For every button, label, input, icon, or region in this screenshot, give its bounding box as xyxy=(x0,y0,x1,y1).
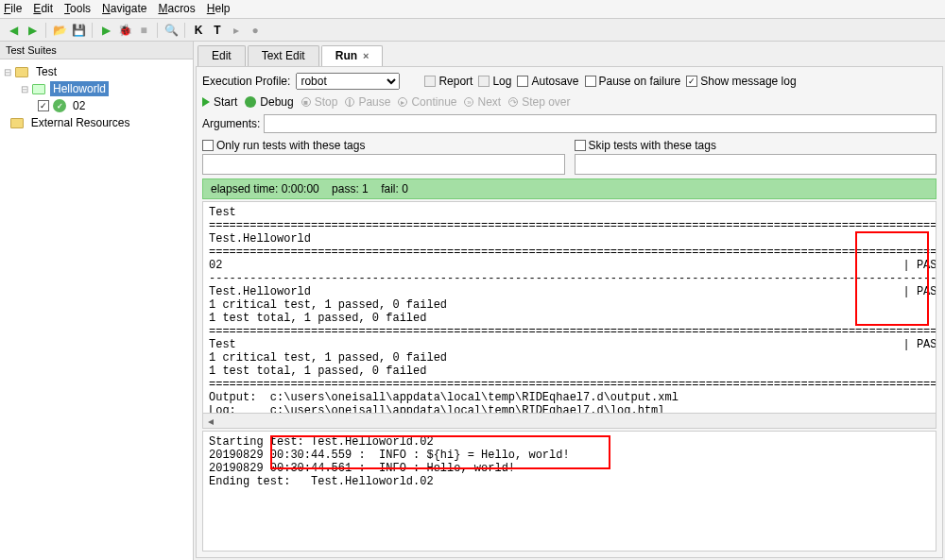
run-panel: Execution Profile: robot Report Log Auto… xyxy=(196,66,943,558)
stepover-button[interactable]: ↷Step over xyxy=(508,95,570,109)
testcase-icon[interactable]: T xyxy=(210,23,225,38)
record-icon[interactable]: ● xyxy=(248,23,263,38)
exec-profile-select[interactable]: robot xyxy=(296,73,400,90)
menu-file[interactable]: File xyxy=(4,2,22,16)
only-tags-checkbox[interactable] xyxy=(202,140,214,151)
case-checkbox[interactable]: ✓ xyxy=(38,100,49,111)
menu-navigate[interactable]: Navigate xyxy=(102,2,146,16)
arguments-input[interactable] xyxy=(264,114,936,133)
continue-button[interactable]: ▸Continue xyxy=(398,95,456,109)
skip-tags-input[interactable] xyxy=(575,154,937,175)
autosave-checkbox[interactable] xyxy=(517,76,528,87)
message-log[interactable]: Starting test: Test.Helloworld.02 201908… xyxy=(202,431,936,552)
tree-suite[interactable]: ⊟ Helloworld xyxy=(2,80,191,97)
log-icon xyxy=(478,76,490,87)
debug-icon[interactable]: 🐞 xyxy=(117,23,132,38)
bug-icon xyxy=(245,96,256,108)
debug-button[interactable]: Debug xyxy=(245,95,293,109)
next-button[interactable]: »Next xyxy=(464,95,501,109)
only-tags-input[interactable] xyxy=(202,154,565,175)
suite-icon xyxy=(32,84,45,94)
search-icon[interactable]: 🔍 xyxy=(163,23,179,38)
exec-profile-label: Execution Profile: xyxy=(202,75,290,88)
stop-icon: ■ xyxy=(301,97,311,107)
stepover-icon: ↷ xyxy=(508,97,518,107)
menu-macros[interactable]: Macros xyxy=(158,2,195,16)
stop-icon[interactable]: ■ xyxy=(136,23,151,38)
tab-edit[interactable]: Edit xyxy=(198,45,246,66)
menu-help[interactable]: Help xyxy=(207,2,231,16)
folder-icon xyxy=(10,118,24,128)
tab-run[interactable]: Run× xyxy=(321,45,384,66)
arguments-label: Arguments: xyxy=(202,117,260,130)
tree-external[interactable]: External Resources xyxy=(2,114,191,131)
horizontal-scrollbar[interactable]: ◂ xyxy=(202,414,936,429)
pause-icon: ‖ xyxy=(345,97,354,107)
tab-textedit[interactable]: Text Edit xyxy=(248,45,319,66)
sidebar-title: Test Suites xyxy=(0,42,193,59)
continue-icon: ▸ xyxy=(398,97,407,107)
open-icon[interactable]: 📂 xyxy=(52,23,67,38)
content-area: Edit Text Edit Run× Execution Profile: r… xyxy=(194,42,945,560)
menu-edit[interactable]: Edit xyxy=(33,2,53,16)
log-link[interactable]: Log xyxy=(492,75,511,88)
tree: ⊟ Test ⊟ Helloworld ✓ ✓ 02 External Reso… xyxy=(0,59,193,135)
pause-checkbox[interactable] xyxy=(585,76,596,87)
menubar: File Edit Tools Navigate Macros Help xyxy=(0,0,945,19)
tree-case[interactable]: ✓ ✓ 02 xyxy=(2,97,191,114)
case-pass-icon: ✓ xyxy=(53,99,66,112)
tabs: Edit Text Edit Run× xyxy=(194,42,945,66)
toolbar: ◀ ▶ 📂 💾 ▶ 🐞 ■ 🔍 K T ▸ ● xyxy=(0,19,945,42)
report-icon xyxy=(424,76,436,87)
back-icon[interactable]: ◀ xyxy=(6,23,21,38)
play-icon xyxy=(202,97,210,107)
stop-button[interactable]: ■Stop xyxy=(301,95,338,109)
start-button[interactable]: Start xyxy=(202,95,237,109)
sidebar: Test Suites ⊟ Test ⊟ Helloworld ✓ ✓ 02 xyxy=(0,42,194,560)
save-icon[interactable]: 💾 xyxy=(71,23,86,38)
menu-tools[interactable]: Tools xyxy=(64,2,91,16)
keyword-icon[interactable]: K xyxy=(191,23,206,38)
folder-icon xyxy=(15,67,28,77)
showmsg-checkbox[interactable]: ✓ xyxy=(686,76,697,87)
report-link[interactable]: Report xyxy=(438,75,472,88)
output-console[interactable]: Test ===================================… xyxy=(202,201,936,414)
status-bar: elapsed time: 0:00:00 pass: 1 fail: 0 xyxy=(202,178,936,199)
next-icon: » xyxy=(464,97,473,107)
close-icon[interactable]: × xyxy=(363,50,369,61)
tree-root[interactable]: ⊟ Test xyxy=(2,63,191,80)
pause-button[interactable]: ‖Pause xyxy=(345,95,390,109)
run-icon[interactable]: ▶ xyxy=(98,23,113,38)
forward-icon[interactable]: ▶ xyxy=(25,23,40,38)
skip-tags-checkbox[interactable] xyxy=(575,140,586,151)
play-icon[interactable]: ▸ xyxy=(229,23,244,38)
